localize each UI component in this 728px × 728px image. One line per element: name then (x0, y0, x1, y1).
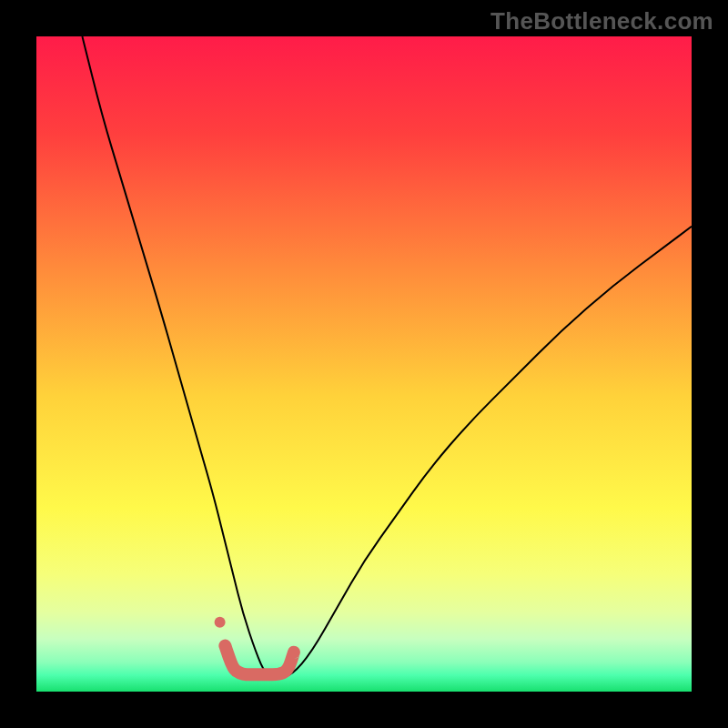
chart-frame: TheBottleneck.com (0, 0, 728, 728)
marker-dot (215, 617, 226, 628)
curves-layer (36, 36, 692, 692)
bottleneck-curve (82, 36, 692, 677)
plot-area (36, 36, 692, 692)
watermark-text: TheBottleneck.com (490, 7, 713, 35)
